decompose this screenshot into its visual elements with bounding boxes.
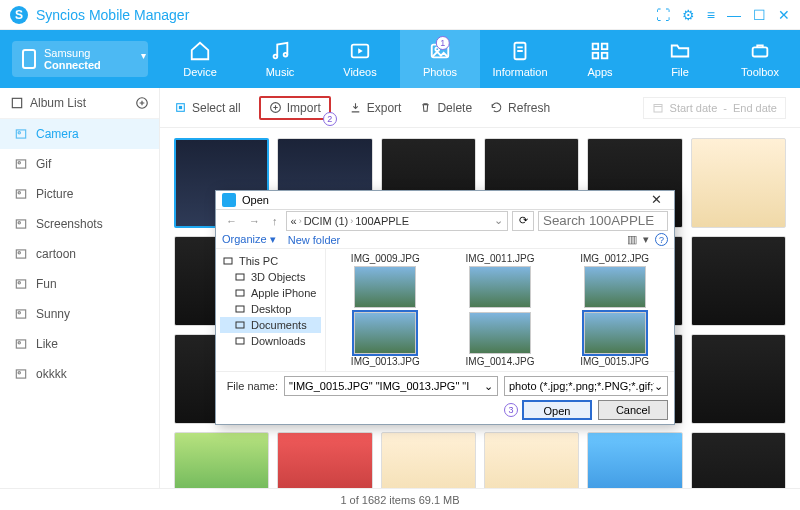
file-item[interactable]: IMG_0011.JPG <box>445 253 556 308</box>
photo-thumb[interactable] <box>691 138 786 228</box>
device-status: Connected <box>44 59 101 71</box>
new-folder-button[interactable]: New folder <box>288 234 341 246</box>
refresh-icon[interactable]: ⟳ <box>512 211 534 231</box>
file-item[interactable]: IMG_0013.JPG <box>330 312 441 367</box>
step-badge-1: 1 <box>436 36 450 50</box>
sidebar-item[interactable]: Picture <box>0 179 159 209</box>
nav-videos[interactable]: Videos <box>320 30 400 88</box>
file-item[interactable]: IMG_0009.JPG <box>330 253 441 308</box>
svg-rect-17 <box>16 190 25 198</box>
nav-file[interactable]: File <box>640 30 720 88</box>
file-item[interactable]: IMG_0012.JPG <box>559 253 670 308</box>
sidebar-item[interactable]: Sunny <box>0 299 159 329</box>
select-all-button[interactable]: Select all <box>174 101 241 115</box>
organize-menu[interactable]: Organize ▾ <box>222 233 276 246</box>
tree-item[interactable]: 3D Objects <box>220 269 321 285</box>
svg-point-20 <box>18 222 20 224</box>
forward-icon[interactable]: → <box>245 213 264 229</box>
menu-icon[interactable]: ≡ <box>707 7 715 23</box>
tree-item[interactable]: Desktop <box>220 301 321 317</box>
svg-point-14 <box>18 132 20 134</box>
close-icon[interactable]: ✕ <box>778 7 790 23</box>
sidebar-item[interactable]: Camera <box>0 119 159 149</box>
cancel-button[interactable]: Cancel <box>598 400 668 420</box>
nav-label: Toolbox <box>741 66 779 78</box>
sidebar: Album List CameraGifPictureScreenshotsca… <box>0 88 160 488</box>
photo-thumb[interactable] <box>587 432 682 488</box>
svg-point-24 <box>18 282 20 284</box>
tree-item[interactable]: Downloads <box>220 333 321 349</box>
back-icon[interactable]: ← <box>222 213 241 229</box>
photo-thumb[interactable] <box>484 432 579 488</box>
nav-photos[interactable]: 1 Photos <box>400 30 480 88</box>
dialog-footer: File name: "IMG_0015.JPG" "IMG_0013.JPG"… <box>216 371 674 424</box>
nav-label: Device <box>183 66 217 78</box>
delete-button[interactable]: Delete <box>419 101 472 115</box>
svg-point-1 <box>284 53 288 57</box>
nav-toolbox[interactable]: Toolbox <box>720 30 800 88</box>
filename-field[interactable]: "IMG_0015.JPG" "IMG_0013.JPG" "I ⌄ <box>284 376 498 396</box>
svg-rect-27 <box>16 340 25 348</box>
sidebar-item[interactable]: Like <box>0 329 159 359</box>
date-range[interactable]: Start date - End date <box>643 97 786 119</box>
view-mode-icon[interactable]: ▥ <box>627 233 637 246</box>
end-date: End date <box>733 102 777 114</box>
file-item[interactable]: IMG_0015.JPG <box>559 312 670 367</box>
file-item[interactable]: IMG_0014.JPG <box>445 312 556 367</box>
sidebar-item[interactable]: cartoon <box>0 239 159 269</box>
chevron-down-icon[interactable]: ▾ <box>643 233 649 246</box>
status-text: 1 of 1682 items 69.1 MB <box>340 494 459 506</box>
breadcrumb[interactable]: « › DCIM (1) › 100APPLE ⌄ <box>286 211 509 231</box>
photo-thumb[interactable] <box>691 334 786 424</box>
search-input[interactable] <box>538 211 668 231</box>
add-album-icon[interactable] <box>135 96 149 110</box>
chevron-down-icon[interactable]: ⌄ <box>494 214 503 227</box>
top-nav: Samsung Connected ▾ Device Music Videos … <box>0 30 800 88</box>
svg-rect-10 <box>753 47 768 56</box>
statusbar: 1 of 1682 items 69.1 MB <box>0 488 800 510</box>
svg-rect-15 <box>16 160 25 168</box>
nav-label: Music <box>266 66 295 78</box>
nav-information[interactable]: Information <box>480 30 560 88</box>
screen-icon[interactable]: ⛶ <box>656 7 670 23</box>
import-button[interactable]: Import 2 <box>259 96 331 120</box>
sidebar-title: Album List <box>30 96 86 110</box>
nav-device[interactable]: Device <box>160 30 240 88</box>
minimize-icon[interactable]: — <box>727 7 741 23</box>
maximize-icon[interactable]: ☐ <box>753 7 766 23</box>
app-logo: S <box>10 6 28 24</box>
sidebar-item[interactable]: Screenshots <box>0 209 159 239</box>
sidebar-item[interactable]: okkkk <box>0 359 159 389</box>
svg-point-16 <box>18 162 20 164</box>
dialog-close-icon[interactable]: ✕ <box>645 192 668 207</box>
nav-label: Apps <box>587 66 612 78</box>
photo-thumb[interactable] <box>381 432 476 488</box>
sidebar-item[interactable]: Gif <box>0 149 159 179</box>
photo-thumb[interactable] <box>691 432 786 488</box>
help-icon[interactable]: ? <box>655 233 668 246</box>
tree-item[interactable]: Apple iPhone <box>220 285 321 301</box>
tree-item[interactable]: This PC <box>220 253 321 269</box>
photo-thumb[interactable] <box>174 432 269 488</box>
photo-thumb[interactable] <box>277 432 372 488</box>
photo-thumb[interactable] <box>691 236 786 326</box>
device-selector[interactable]: Samsung Connected ▾ <box>0 30 160 88</box>
svg-rect-34 <box>654 104 662 112</box>
export-button[interactable]: Export <box>349 101 402 115</box>
svg-point-30 <box>18 372 20 374</box>
app-title: Syncios Mobile Manager <box>36 7 656 23</box>
gear-icon[interactable]: ⚙ <box>682 7 695 23</box>
svg-rect-39 <box>236 322 244 328</box>
filetype-filter[interactable]: photo (*.jpg;*.png;*.PNG;*.gif;* ⌄ <box>504 376 668 396</box>
up-icon[interactable]: ↑ <box>268 213 282 229</box>
nav-apps[interactable]: Apps <box>560 30 640 88</box>
open-button[interactable]: Open <box>522 400 592 420</box>
svg-point-22 <box>18 252 20 254</box>
folder-tree: This PC3D ObjectsApple iPhoneDesktopDocu… <box>216 249 326 371</box>
sidebar-item[interactable]: Fun <box>0 269 159 299</box>
nav-music[interactable]: Music <box>240 30 320 88</box>
svg-rect-25 <box>16 310 25 318</box>
titlebar: S Syncios Mobile Manager ⛶ ⚙ ≡ — ☐ ✕ <box>0 0 800 30</box>
refresh-button[interactable]: Refresh <box>490 101 550 115</box>
tree-item[interactable]: Documents <box>220 317 321 333</box>
